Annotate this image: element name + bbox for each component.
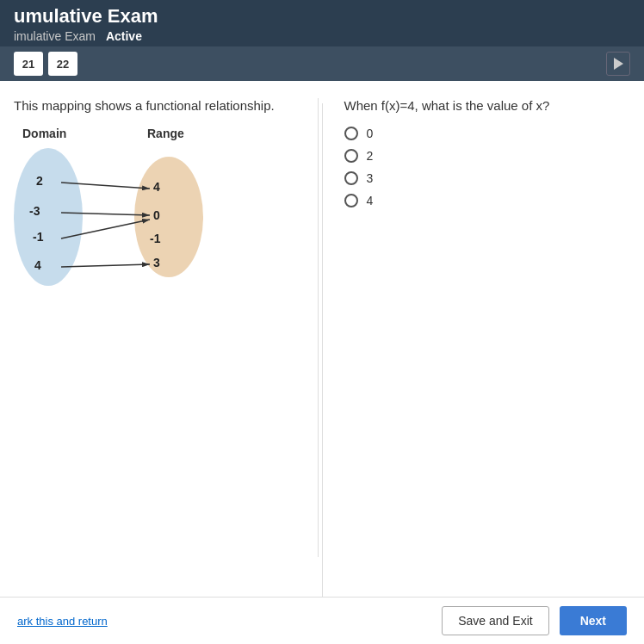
domain-val-neg3: -3	[29, 204, 40, 218]
header: umulative Exam imulative Exam Active	[0, 0, 644, 46]
domain-ellipse	[14, 148, 83, 286]
left-question-text: This mapping shows a functional relation…	[14, 98, 300, 113]
mark-return-link[interactable]: ark this and return	[17, 615, 108, 628]
range-label: Range	[147, 127, 184, 140]
question-btn-22[interactable]: 22	[48, 52, 77, 76]
option-label-0: 0	[367, 127, 374, 140]
range-val-neg1: -1	[150, 232, 160, 245]
radio-4[interactable]	[344, 194, 358, 207]
footer-buttons: Save and Exit Next	[442, 606, 627, 635]
domain-label: Domain	[22, 127, 66, 140]
svg-line-4	[61, 264, 150, 267]
mapping-diagram: Domain Range 2 -3 -1 4 4 0 -1 3	[14, 127, 255, 316]
range-val-3: 3	[153, 256, 160, 269]
option-2[interactable]: 2	[344, 149, 631, 163]
range-val-0: 0	[153, 208, 160, 222]
option-label-4: 4	[367, 194, 374, 207]
exam-name: imulative Exam	[14, 29, 96, 43]
option-label-3: 3	[367, 171, 374, 185]
radio-3[interactable]	[344, 171, 358, 185]
save-exit-button[interactable]: Save and Exit	[442, 606, 548, 635]
radio-2[interactable]	[344, 149, 358, 163]
footer: ark this and return Save and Exit Next	[0, 597, 644, 644]
header-title: umulative Exam	[14, 5, 630, 28]
play-icon	[614, 58, 623, 70]
domain-val-neg1: -1	[33, 230, 43, 244]
next-button[interactable]: Next	[560, 606, 627, 635]
right-question-text: When f(x)=4, what is the value of x?	[344, 98, 631, 113]
status-badge: Active	[106, 29, 142, 43]
option-0[interactable]: 0	[344, 127, 631, 140]
range-val-4: 4	[153, 180, 160, 194]
right-panel: When f(x)=4, what is the value of x? 0 2…	[319, 98, 631, 557]
vertical-divider	[322, 103, 323, 597]
play-button[interactable]	[606, 52, 630, 76]
header-subtitle: imulative Exam Active	[14, 29, 630, 43]
nav-bar: 21 22	[0, 46, 644, 81]
domain-val-4: 4	[34, 258, 41, 272]
range-ellipse	[134, 157, 203, 277]
radio-0[interactable]	[344, 127, 358, 140]
left-panel: This mapping shows a functional relation…	[14, 98, 319, 557]
option-label-2: 2	[367, 149, 374, 163]
option-3[interactable]: 3	[344, 171, 631, 185]
option-4[interactable]: 4	[344, 194, 631, 207]
question-btn-21[interactable]: 21	[14, 52, 43, 76]
domain-val-2: 2	[36, 174, 43, 188]
